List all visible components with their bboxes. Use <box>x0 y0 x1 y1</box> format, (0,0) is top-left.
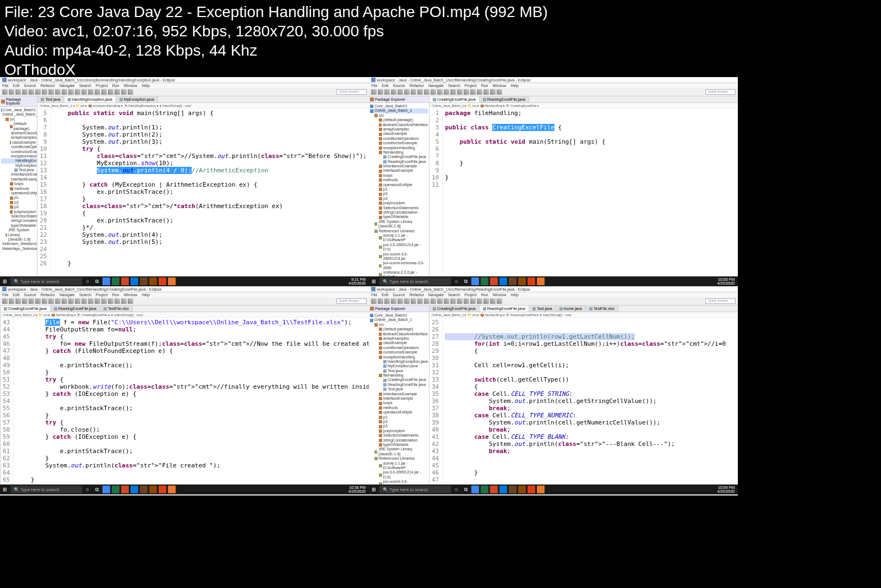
tree-item[interactable]: exceptionHandling <box>370 146 428 150</box>
toolbar-icon[interactable] <box>483 298 489 304</box>
editor-tab[interactable]: ReadingExcelFile.java <box>480 306 529 312</box>
menu-help[interactable]: Help <box>510 84 518 88</box>
editor-tab[interactable]: ReadingExcelFile.java <box>51 306 100 312</box>
toolbar-icon[interactable] <box>81 89 87 95</box>
menu-run[interactable]: Run <box>481 293 488 297</box>
taskbar-app-icon[interactable] <box>527 486 535 493</box>
taskbar-app-icon[interactable] <box>102 486 110 493</box>
toolbar-icon[interactable] <box>398 89 403 95</box>
taskbar-app-icon[interactable] <box>481 486 488 493</box>
tree-item[interactable]: conditionalOperators <box>370 346 428 350</box>
tree-item[interactable]: Core_Java_Batch1 <box>370 104 428 108</box>
toolbar-icon[interactable] <box>128 298 133 304</box>
menu-edit[interactable]: Edit <box>382 293 388 297</box>
menu-source[interactable]: Source <box>24 293 36 297</box>
tree-item[interactable]: Core_Java_Batch1 <box>370 313 428 318</box>
tree-item[interactable]: interfaceExample <box>370 396 428 401</box>
toolbar-icon[interactable] <box>384 89 390 95</box>
taskbar-app-icon[interactable] <box>537 277 545 285</box>
taskbar-app-icon[interactable] <box>159 486 166 493</box>
taskbar-clock[interactable]: 10:59 PM4/25/2020 <box>715 486 737 493</box>
tree-item[interactable]: polymorpism <box>370 429 428 433</box>
taskbar-app-icon[interactable] <box>140 277 148 285</box>
toolbar-icon[interactable] <box>404 298 410 304</box>
taskbar-app-icon[interactable] <box>471 486 479 493</box>
toolbar-icon[interactable] <box>391 298 396 304</box>
task-view-icon[interactable]: ⧉ <box>93 277 101 285</box>
task-view-icon[interactable]: ⧉ <box>462 486 470 493</box>
taskbar-app-icon[interactable] <box>168 277 176 285</box>
tree-item[interactable]: abstractClassAndInterface <box>370 332 428 336</box>
tree-item[interactable]: (default package) <box>1 122 36 131</box>
tree-item[interactable]: JRE System Library [JavaSE-1.8] <box>370 220 428 229</box>
menu-search[interactable]: Search <box>79 84 91 88</box>
toolbar-icon[interactable] <box>444 298 449 304</box>
tree-item[interactable]: JRE System Library [JavaSE-1.8] <box>370 447 428 456</box>
toolbar-icon[interactable] <box>404 89 410 95</box>
toolbar-icon[interactable] <box>9 89 14 95</box>
editor-tab[interactable]: CreatingExcelFile.java <box>429 96 480 102</box>
tree-item[interactable]: abstractClassAndInterface <box>1 131 36 135</box>
toolbar-icon[interactable] <box>48 89 54 95</box>
task-view-icon[interactable]: ⧉ <box>462 277 470 285</box>
toolbar-icon[interactable] <box>115 298 120 304</box>
toolbar-icon[interactable] <box>95 298 100 304</box>
tree-item[interactable]: classExample <box>1 140 36 145</box>
toolbar-icon[interactable] <box>75 89 80 95</box>
toolbar-icon[interactable] <box>108 89 113 95</box>
tree-item[interactable]: p1 <box>370 187 428 192</box>
tree-item[interactable]: poi-ooxml-3.6-20091214.jar <box>370 252 428 262</box>
tree-item[interactable]: typeOfVariable <box>370 215 428 219</box>
breadcrumb[interactable]: Online_Java_Batch_1 ▸ 📁 src ▸ 📦 exceptio… <box>37 103 369 108</box>
taskbar-app-icon[interactable] <box>481 277 488 285</box>
code-content[interactable]: //System.out.println(row1.getLastCellNum… <box>443 318 738 490</box>
code-editor[interactable]: 1 2 3 4 5 6 7 8 9 10 11 package fileHand… <box>429 108 738 281</box>
toolbar-icon[interactable] <box>378 298 383 304</box>
taskbar-clock[interactable]: 10:00 PM4/25/2020 <box>715 277 737 285</box>
toolbar-icon[interactable] <box>15 298 21 304</box>
taskbar-clock[interactable]: 9:21 PM4/25/2020 <box>346 277 368 285</box>
toolbar-icon[interactable] <box>121 89 127 95</box>
toolbar-icon[interactable] <box>450 298 456 304</box>
toolbar-icon[interactable] <box>88 298 94 304</box>
toolbar-icon[interactable] <box>75 298 80 304</box>
taskbar-app-icon[interactable] <box>112 277 119 285</box>
tree-item[interactable]: CreatingExcelFile.java <box>370 155 428 159</box>
menu-file[interactable]: File <box>371 84 377 88</box>
tree-item[interactable]: dom4j-1.1.jar - D:\SoftwareP <box>370 461 428 471</box>
taskbar-app-icon[interactable] <box>499 486 507 493</box>
breadcrumb[interactable]: Online_Java_Batch_1 ▸ 📁 src ▸ 📦 fileHand… <box>1 312 369 318</box>
cortana-icon[interactable]: ○ <box>84 277 91 285</box>
taskbar-app-icon[interactable] <box>168 486 176 493</box>
toolbar-icon[interactable] <box>121 298 127 304</box>
toolbar-icon[interactable] <box>29 89 34 95</box>
toolbar-icon[interactable] <box>384 298 390 304</box>
tree-item[interactable]: dom4j-1.1.jar - D:\SoftwareP <box>370 233 428 243</box>
tree-item[interactable]: loops <box>370 401 428 405</box>
tree-item[interactable]: p2 <box>370 420 428 424</box>
toolbar-icon[interactable] <box>81 298 87 304</box>
editor-tab[interactable]: Home.java <box>556 306 586 312</box>
code-content[interactable]: File f = new File("C:\\Users\\Dell\\work… <box>14 318 369 490</box>
tree-item[interactable]: arrayExamples <box>370 127 428 132</box>
tree-item[interactable]: classExample <box>370 341 428 345</box>
toolbar-icon[interactable] <box>48 298 54 304</box>
toolbar-icon[interactable] <box>470 89 476 95</box>
menu-file[interactable]: File <box>371 293 377 297</box>
menu-window[interactable]: Window <box>492 84 506 88</box>
menu-source[interactable]: Source <box>393 293 405 297</box>
toolbar-icon[interactable] <box>477 298 482 304</box>
tree-item[interactable]: SelectionStatements <box>370 206 428 210</box>
taskbar-app-icon[interactable] <box>499 277 507 285</box>
tree-item[interactable]: Selenium_WeekendBatch_1 <box>1 242 36 246</box>
taskbar-app-icon[interactable] <box>121 277 129 285</box>
tree-item[interactable]: SelectionStatements <box>370 433 428 438</box>
tree-item[interactable]: p1 <box>1 195 36 200</box>
tree-item[interactable]: ReadingExcelFile.java <box>370 160 428 164</box>
toolbar-icon[interactable] <box>417 298 423 304</box>
menu-edit[interactable]: Edit <box>13 293 19 297</box>
toolbar-icon[interactable] <box>424 89 429 95</box>
taskbar-search[interactable]: 🔍 Type here to search <box>379 277 451 285</box>
toolbar-icon[interactable] <box>29 298 34 304</box>
toolbar-icon[interactable] <box>371 89 377 95</box>
